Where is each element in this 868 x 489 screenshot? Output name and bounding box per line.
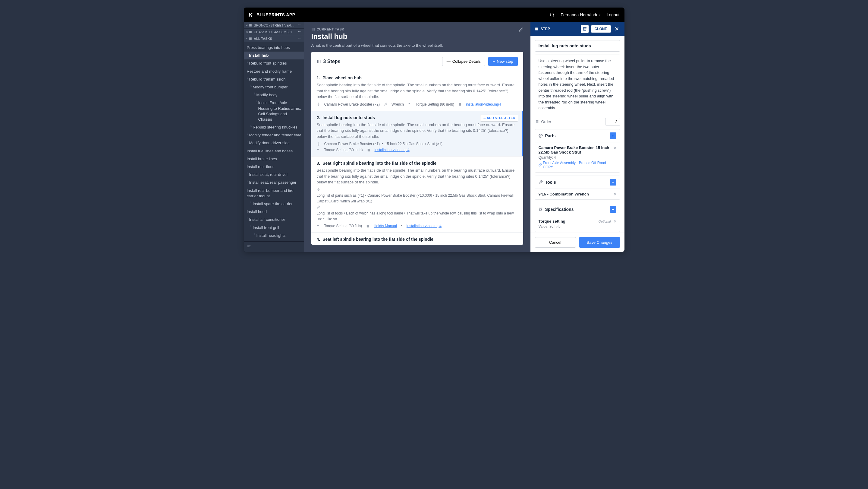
step-detail-panel: STEP CLONE ✕ Install lug nuts onto studs…: [530, 22, 624, 252]
tools-section-title: Tools: [545, 180, 607, 184]
breadcrumb-menu-icon[interactable]: ⋯: [298, 23, 302, 27]
attachment-link[interactable]: installation-video.mp4: [407, 224, 441, 228]
attachment-link[interactable]: installation-video.mp4: [375, 148, 410, 152]
new-step-button[interactable]: +New step: [488, 57, 518, 66]
svg-rect-10: [251, 37, 252, 40]
svg-rect-3: [250, 24, 251, 27]
close-icon[interactable]: ✕: [613, 26, 620, 32]
tree-item[interactable]: Restore and modify frame: [244, 67, 304, 76]
step-title: 4. Seat left spindle bearing into the fl…: [317, 237, 518, 242]
tree-item[interactable]: Rebuild transmission: [244, 76, 304, 83]
archive-button[interactable]: [581, 25, 589, 33]
tree-item[interactable]: Install spare tire carrier: [244, 200, 304, 208]
step-item[interactable]: 2. Install lug nuts onto studsSeat spind…: [311, 111, 523, 157]
tree-item[interactable]: Install front grill: [244, 224, 304, 232]
sidebar-toggle[interactable]: [244, 241, 304, 252]
tree-item[interactable]: Install fuel lines and hoses: [244, 147, 304, 155]
clone-button[interactable]: CLONE: [591, 25, 611, 33]
app-header: K BLUEPRINTS APP Fernanda Hernández Logo…: [244, 7, 624, 22]
svg-rect-18: [318, 60, 319, 63]
task-tree: Press bearings into hubsInstall hubRebui…: [244, 42, 304, 241]
tree-item[interactable]: Install air conditioner: [244, 216, 304, 224]
collapse-details-button[interactable]: —Collapse Details: [442, 57, 485, 66]
svg-point-21: [318, 144, 319, 144]
step-body: Seat spindle bearing into the flat side …: [317, 82, 518, 100]
step-title: 3. Seat right spindle bearing into the f…: [317, 161, 518, 166]
remove-part-icon[interactable]: ✕: [613, 145, 617, 150]
attachment-link[interactable]: installation-video.mp4: [466, 102, 501, 107]
add-tool-button[interactable]: +: [610, 179, 616, 185]
tree-item[interactable]: Modify door, driver side: [244, 139, 304, 147]
tree-item[interactable]: Install brake lines: [244, 155, 304, 163]
breadcrumb-menu-icon[interactable]: ⋯: [298, 30, 302, 34]
tree-item[interactable]: Modify fender and fender flare: [244, 131, 304, 139]
tree-item[interactable]: Install rear bumper and tire carrier mou…: [244, 187, 304, 200]
user-name[interactable]: Fernanda Hernández: [561, 12, 600, 17]
svg-rect-26: [537, 28, 538, 30]
step-item[interactable]: 1. Place wheel on hubSeat spindle bearin…: [311, 71, 523, 111]
order-label: Order: [541, 119, 603, 124]
step-body: Seat spindle bearing into the flat side …: [317, 243, 518, 244]
svg-rect-8: [249, 37, 250, 40]
step-body: Seat spindle bearing into the flat side …: [317, 167, 518, 185]
attachment-link[interactable]: Heidts Manual: [374, 224, 397, 228]
svg-rect-2: [249, 24, 250, 27]
tree-item[interactable]: Press bearings into hubs: [244, 44, 304, 52]
step-item[interactable]: 4. Seat left spindle bearing into the fl…: [311, 233, 523, 244]
part-assembly-link[interactable]: Front Axle Assembly - Bronco Off-Road CO…: [538, 161, 616, 169]
logout-link[interactable]: Logout: [607, 12, 620, 17]
steps-count: 3 Steps: [317, 59, 341, 64]
tree-item[interactable]: Rebuild steering knuckles: [244, 123, 304, 131]
tree-item[interactable]: Install rear floor: [244, 163, 304, 171]
part-item: Camaro Power Brake Booster, 15 inch 22.5…: [535, 142, 620, 172]
search-icon[interactable]: [550, 12, 555, 17]
svg-point-35: [540, 135, 541, 136]
task-description: A hub is the central part of a wheel tha…: [311, 43, 523, 48]
svg-rect-24: [535, 28, 535, 30]
save-button[interactable]: Save Changes: [579, 237, 620, 248]
order-input[interactable]: [605, 118, 620, 125]
main-panel: CURRENT TASK Install hub A hub is the ce…: [304, 22, 530, 252]
current-task-label: CURRENT TASK: [311, 27, 523, 31]
svg-point-22: [318, 189, 319, 190]
svg-rect-6: [250, 31, 251, 33]
svg-rect-19: [319, 60, 320, 63]
spec-item: Torque setting Value: 80 ft-lb Optional …: [535, 216, 620, 232]
svg-rect-14: [312, 28, 312, 31]
tree-item[interactable]: Install front turn signals: [244, 239, 304, 241]
svg-rect-25: [536, 28, 537, 30]
tree-item[interactable]: Install hub: [244, 52, 304, 59]
tree-item[interactable]: Install seat, rear driver: [244, 171, 304, 179]
sidebar: «BRONCO (STREET VERSION)⋯«CHASSIS DISASS…: [244, 22, 304, 252]
svg-rect-9: [250, 37, 251, 40]
step-item[interactable]: 3. Seat right spindle bearing into the f…: [311, 156, 523, 233]
tree-item[interactable]: Install Front Axle Housing to Radius arm…: [244, 99, 304, 123]
step-title: 1. Place wheel on hub: [317, 76, 518, 80]
add-step-after-button[interactable]: ⊸ ADD STEP AFTER: [480, 115, 518, 121]
tree-item[interactable]: Modify body: [244, 91, 304, 99]
tool-item: 9/16 - Combination Wrench ✕: [535, 189, 620, 199]
svg-point-0: [550, 13, 554, 16]
tree-item[interactable]: Install headlights: [244, 232, 304, 239]
add-spec-button[interactable]: +: [610, 206, 616, 213]
tree-item[interactable]: Rebuild front spindles: [244, 59, 304, 67]
cancel-button[interactable]: Cancel: [535, 237, 576, 248]
breadcrumb-item[interactable]: «CHASSIS DISASSEMBLY⋯: [244, 29, 304, 35]
add-part-button[interactable]: +: [610, 133, 616, 139]
svg-rect-27: [583, 27, 586, 28]
breadcrumb-item[interactable]: «ALL TASKS⋯: [244, 35, 304, 42]
step-title-field[interactable]: Install lug nuts onto studs: [535, 40, 620, 52]
step-description-field[interactable]: Use a steering wheel puller to remove th…: [535, 55, 620, 114]
remove-tool-icon[interactable]: ✕: [613, 192, 617, 197]
tree-item[interactable]: Install seat, rear passenger: [244, 179, 304, 186]
tree-item[interactable]: Modify front bumper: [244, 83, 304, 91]
svg-rect-16: [314, 28, 314, 31]
tree-item[interactable]: Install hood: [244, 208, 304, 216]
breadcrumb-item[interactable]: «BRONCO (STREET VERSION)⋯: [244, 22, 304, 29]
remove-spec-icon[interactable]: ✕: [613, 219, 617, 224]
svg-rect-7: [251, 31, 252, 33]
edit-icon[interactable]: [518, 27, 523, 32]
step-body: Seat spindle bearing into the flat side …: [317, 122, 517, 140]
breadcrumb-menu-icon[interactable]: ⋯: [298, 36, 302, 40]
svg-rect-17: [317, 60, 318, 63]
